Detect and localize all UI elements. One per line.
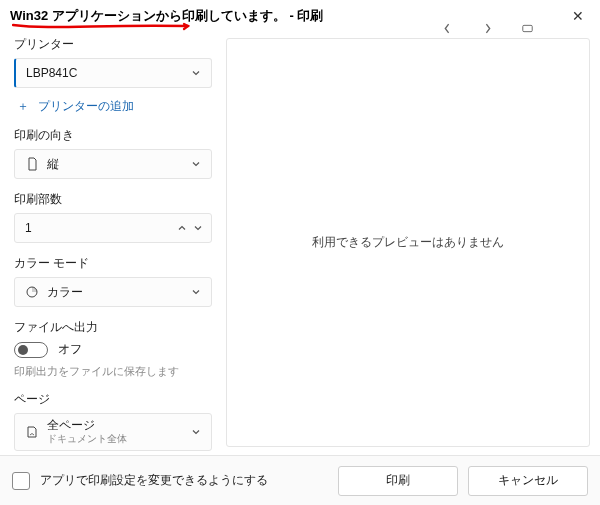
- file-output-toggle[interactable]: [14, 342, 48, 358]
- copies-down-button[interactable]: [191, 214, 205, 242]
- print-button-label: 印刷: [386, 472, 410, 489]
- portrait-icon: [25, 157, 39, 171]
- preview-message: 利用できるプレビューはありません: [312, 234, 504, 251]
- settings-panel: プリンター LBP841C ＋ プリンターの追加 印刷の向き 縦: [14, 36, 212, 453]
- next-page-button[interactable]: [468, 18, 506, 38]
- file-output-state: オフ: [58, 341, 82, 358]
- preview-pane: 利用できるプレビューはありません: [226, 38, 590, 447]
- prev-page-button[interactable]: [428, 18, 466, 38]
- copies-up-button[interactable]: [175, 214, 189, 242]
- color-icon: [25, 285, 39, 299]
- printer-label: プリンター: [14, 36, 212, 53]
- toggle-knob: [18, 345, 28, 355]
- pages-select[interactable]: 全ページ ドキュメント全体: [14, 413, 212, 451]
- printer-value: LBP841C: [26, 66, 181, 80]
- copies-label: 印刷部数: [14, 191, 212, 208]
- svg-rect-0: [522, 25, 531, 31]
- file-output-label: ファイルへ出力: [14, 319, 212, 336]
- app-settings-label: アプリで印刷設定を変更できるようにする: [40, 472, 328, 489]
- chevron-down-icon: [189, 287, 203, 297]
- color-mode-select[interactable]: カラー: [14, 277, 212, 307]
- bottom-bar: アプリで印刷設定を変更できるようにする 印刷 キャンセル: [0, 455, 600, 505]
- pages-label: ページ: [14, 391, 212, 408]
- plus-icon: ＋: [16, 98, 30, 115]
- copies-spinner[interactable]: 1: [14, 213, 212, 243]
- cancel-button[interactable]: キャンセル: [468, 466, 588, 496]
- copies-value: 1: [15, 221, 169, 235]
- fit-page-icon[interactable]: [508, 18, 546, 38]
- chevron-down-icon: [189, 68, 203, 78]
- orientation-label: 印刷の向き: [14, 127, 212, 144]
- color-mode-label: カラー モード: [14, 255, 212, 272]
- chevron-down-icon: [189, 427, 203, 437]
- pages-value: 全ページ: [47, 419, 181, 433]
- print-button[interactable]: 印刷: [338, 466, 458, 496]
- close-icon[interactable]: ✕: [566, 6, 590, 26]
- orientation-value: 縦: [47, 156, 181, 173]
- pages-sub: ドキュメント全体: [47, 433, 181, 445]
- add-printer-link[interactable]: ＋ プリンターの追加: [14, 98, 212, 115]
- printer-select[interactable]: LBP841C: [14, 58, 212, 88]
- add-printer-label: プリンターの追加: [38, 98, 134, 115]
- app-settings-checkbox[interactable]: [12, 472, 30, 490]
- pages-icon: [25, 425, 39, 439]
- file-output-helper: 印刷出力をファイルに保存します: [14, 364, 212, 379]
- cancel-button-label: キャンセル: [498, 472, 558, 489]
- window-title: Win32 アプリケーションから印刷しています。 - 印刷: [10, 7, 323, 25]
- chevron-down-icon: [189, 159, 203, 169]
- color-mode-value: カラー: [47, 284, 181, 301]
- orientation-select[interactable]: 縦: [14, 149, 212, 179]
